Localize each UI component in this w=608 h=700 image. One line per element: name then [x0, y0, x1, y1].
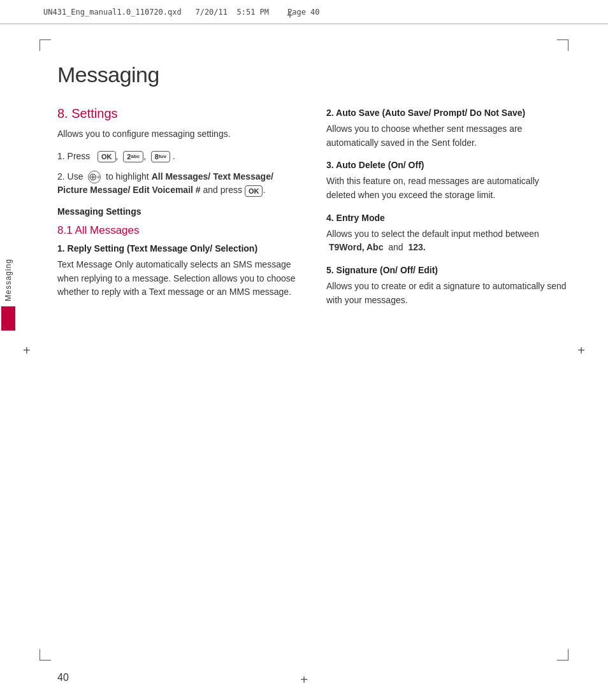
corner-mark-br: [557, 649, 568, 661]
messaging-settings-label: Messaging Settings: [57, 206, 301, 217]
main-content: Messaging 8. Settings Allows you to conf…: [57, 50, 570, 649]
item3: 3. Auto Delete (On/ Off) With this featu…: [326, 159, 570, 202]
item3-body: With this feature on, read messages are …: [326, 175, 570, 202]
ok-button-icon: OK: [98, 151, 116, 162]
reg-cross-right-center: +: [577, 343, 585, 357]
item2: 2. Auto Save (Auto Save/ Prompt/ Do Not …: [326, 106, 570, 150]
step2-suffix: and press: [203, 185, 242, 195]
item5-body: Allows you to create or edit a signature…: [326, 280, 570, 307]
item4-body-mid: and: [388, 242, 403, 252]
item5: 5. Signature (On/ Off/ Edit) Allows you …: [326, 264, 570, 307]
item4-bold1: T9Word, Abc: [329, 242, 384, 252]
page-number: 40: [57, 672, 69, 683]
side-tab-label: Messaging: [4, 255, 13, 305]
item3-title: 3. Auto Delete (On/ Off): [326, 159, 570, 172]
corner-mark-bl: [40, 649, 51, 661]
header-page: Page 40: [287, 8, 320, 17]
reg-cross-left-center: +: [23, 343, 31, 357]
item2-body: Allows you to choose whether sent messag…: [326, 122, 570, 150]
side-tab: Messaging: [0, 255, 17, 338]
reg-cross-bottom-center: +: [300, 673, 308, 687]
item4-bold2: 123.: [408, 242, 425, 252]
item1-title: 1. Reply Setting (Text Message Only/ Sel…: [57, 242, 301, 255]
step1: 1. Press OK, 2abc, 8tuv .: [57, 150, 301, 164]
header-time: 5:51 PM: [236, 8, 269, 17]
item5-title: 5. Signature (On/ Off/ Edit): [326, 264, 570, 277]
item4: 4. Entry Mode Allows you to select the d…: [326, 211, 570, 255]
top-header: UN431_Eng_manual1.0_110720.qxd 7/20/11 5…: [0, 0, 608, 24]
nav-circle-icon: [88, 171, 101, 183]
section81-heading: 8.1 All Messages: [57, 224, 301, 237]
step2: 2. Use to highlight All Messages/ Text M…: [57, 170, 301, 197]
header-date: 7/20/11: [195, 8, 228, 17]
step1-label: 1. Press: [57, 151, 90, 161]
right-column: 2. Auto Save (Auto Save/ Prompt/ Do Not …: [326, 106, 570, 317]
8tuv-button-icon: 8tuv: [151, 151, 170, 162]
section8-heading: 8. Settings: [57, 106, 301, 121]
step2-prefix: 2. Use: [57, 171, 83, 182]
ok-button-icon2: OK: [245, 185, 263, 197]
step-list: 1. Press OK, 2abc, 8tuv . 2. Use: [57, 150, 301, 197]
item1-body: Text Message Only automatically selects …: [57, 258, 301, 299]
side-tab-bar: [1, 306, 15, 331]
corner-mark-tl: [40, 39, 51, 51]
item1: 1. Reply Setting (Text Message Only/ Sel…: [57, 242, 301, 299]
item4-title: 4. Entry Mode: [326, 211, 570, 225]
2abc-button-icon: 2abc: [123, 151, 143, 162]
item4-body-prefix: Allows you to select the default input m…: [326, 229, 539, 239]
header-filename: UN431_Eng_manual1.0_110720.qxd: [43, 8, 182, 17]
left-column: 8. Settings Allows you to configure mess…: [57, 106, 301, 317]
item2-title: 2. Auto Save (Auto Save/ Prompt/ Do Not …: [326, 106, 570, 120]
step2-text: to highlight: [106, 171, 149, 182]
section8-intro: Allows you to configure messaging settin…: [57, 127, 301, 141]
page-heading: Messaging: [57, 62, 570, 87]
item4-body: Allows you to select the default input m…: [326, 227, 570, 255]
two-column-layout: 8. Settings Allows you to configure mess…: [57, 106, 570, 317]
